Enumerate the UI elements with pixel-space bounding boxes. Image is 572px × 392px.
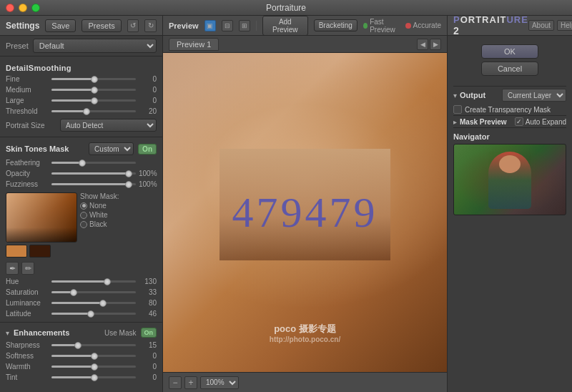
compare-view-button[interactable]: ⊞ (239, 20, 250, 31)
output-layer-select[interactable]: Current Layer (502, 89, 566, 102)
auto-expand-checkbox[interactable]: ✓ (515, 117, 523, 126)
accurate-label: Accurate (413, 21, 441, 29)
white-radio[interactable] (80, 212, 87, 219)
cancel-button[interactable]: Cancel (481, 62, 538, 76)
presets-button[interactable]: Presets (82, 19, 121, 32)
opacity-slider-row: Opacity 100% (0, 168, 162, 179)
use-mask-label: Use Mask (104, 329, 136, 337)
show-mask-none-option[interactable]: None (80, 202, 119, 210)
accurate-option[interactable]: Accurate (405, 21, 441, 29)
app-version: 2 (453, 25, 460, 36)
add-preview-button[interactable]: Add Preview (262, 16, 308, 36)
prev-arrow-button[interactable]: ◀ (417, 39, 428, 50)
color-swatch-primary[interactable] (6, 245, 27, 258)
medium-value: 0 (139, 86, 157, 94)
hue-value: 130 (139, 278, 157, 285)
color-gradient[interactable] (6, 192, 77, 242)
about-button[interactable]: About (528, 20, 554, 31)
large-slider[interactable] (51, 99, 136, 102)
preview-bottom-bar: − + 100% (163, 372, 447, 392)
hue-slider[interactable] (51, 280, 136, 283)
latitude-slider[interactable] (51, 313, 136, 315)
tint-slider[interactable] (51, 376, 136, 378)
enhancements-expand-icon[interactable]: ▾ (6, 329, 9, 337)
black-radio[interactable] (80, 221, 87, 228)
left-content: DetailSmoothing Fine 0 Medium 0 (0, 57, 162, 392)
preview-tabs: Preview 1 ◀ ▶ (163, 36, 447, 53)
medium-slider[interactable] (51, 89, 136, 91)
create-transparency-label[interactable]: Create Transparency Mask (465, 106, 551, 114)
eyedropper-button-2[interactable]: ✏ (21, 262, 34, 275)
undo-button[interactable]: ↺ (127, 19, 139, 32)
mask-preview-expand-icon[interactable]: ▸ (453, 118, 457, 126)
next-arrow-button[interactable]: ▶ (430, 39, 441, 50)
softness-slider[interactable] (51, 355, 136, 357)
skin-tones-header: Skin Tones Mask Custom On (0, 140, 162, 157)
sharpness-value: 15 (139, 341, 157, 349)
minimize-button[interactable] (19, 4, 27, 12)
app-title: Portraiture (266, 3, 306, 13)
warmth-slider[interactable] (51, 366, 136, 368)
fuzziness-slider[interactable] (51, 183, 136, 185)
zoom-minus-icon: − (172, 378, 177, 388)
fast-preview-option[interactable]: Fast Preview (363, 18, 403, 34)
eyedropper-button-1[interactable]: ✒ (6, 262, 19, 275)
output-section: ▾ Output Current Layer Create Transparen… (453, 86, 566, 215)
bracketing-button[interactable]: Bracketing (314, 19, 358, 31)
window-controls[interactable] (6, 4, 40, 12)
fine-slider[interactable] (51, 78, 136, 80)
navigator-label: Navigator (453, 131, 566, 144)
zoom-in-button[interactable]: + (184, 376, 197, 389)
color-picker-area: Show Mask: None White Black (6, 192, 157, 258)
saturation-label: Saturation (6, 288, 49, 296)
auto-expand-check: ✓ Auto Expand (515, 117, 566, 126)
show-mask-black-label: Black (89, 220, 107, 228)
create-transparency-checkbox[interactable] (453, 105, 462, 114)
split-view-button[interactable]: ⊟ (222, 20, 233, 31)
threshold-slider[interactable] (51, 110, 136, 112)
watermark-line1: poco 摄影专题 (270, 323, 340, 335)
portrait-size-select[interactable]: Auto Detect (60, 119, 157, 132)
saturation-slider[interactable] (51, 291, 136, 293)
help-button[interactable]: Help (557, 20, 572, 31)
preview-canvas[interactable]: 479479 poco 摄影专题 http://photo.poco.cn/ (163, 53, 447, 372)
warmth-label: Warmth (6, 363, 49, 371)
skin-tones-preset-select[interactable]: Custom (89, 142, 134, 155)
close-button[interactable] (6, 4, 14, 12)
skin-tones-on-badge[interactable]: On (138, 144, 157, 155)
right-panel: PORTRAITURE 2 About Help OK Cancel ▾ Out… (448, 16, 572, 392)
show-mask-white-option[interactable]: White (80, 211, 119, 219)
maximize-button[interactable] (31, 4, 40, 12)
feathering-slider[interactable] (51, 162, 136, 164)
dialog-buttons: OK Cancel (453, 44, 566, 76)
redo-button[interactable]: ↻ (144, 19, 157, 32)
tint-slider-row: Tint 0 (0, 372, 162, 383)
saturation-value: 33 (139, 288, 157, 296)
preview-tab-1[interactable]: Preview 1 (169, 38, 219, 51)
eyedropper-row: ✒ ✏ (0, 260, 162, 276)
fuzziness-label: Fuzziness (6, 180, 49, 188)
opacity-slider[interactable] (51, 172, 136, 175)
output-expand-icon[interactable]: ▾ (453, 92, 457, 99)
preset-select[interactable]: Default (33, 39, 157, 53)
luminance-slider[interactable] (51, 302, 136, 304)
preset-row: Preset Default (0, 36, 162, 57)
luminance-slider-row: Luminance 80 (0, 298, 162, 308)
color-swatch-secondary[interactable] (29, 245, 51, 258)
single-view-button[interactable]: ▣ (204, 20, 216, 31)
save-button[interactable]: Save (45, 19, 76, 32)
none-radio[interactable] (80, 202, 87, 210)
zoom-out-button[interactable]: − (169, 376, 182, 389)
app-logo-title: PORTRAITURE 2 (453, 14, 528, 36)
navigator-thumbnail[interactable] (453, 144, 566, 215)
latitude-slider-row: Latitude 46 (0, 308, 162, 319)
show-mask-black-option[interactable]: Black (80, 220, 119, 228)
zoom-select[interactable]: 100% (200, 376, 239, 389)
sharpness-slider[interactable] (51, 344, 136, 346)
ok-button[interactable]: OK (481, 44, 538, 59)
threshold-value: 20 (139, 107, 157, 115)
large-value: 0 (139, 97, 157, 104)
use-mask-on-badge[interactable]: On (141, 328, 157, 338)
preset-label: Preset (6, 41, 29, 50)
show-mask-label: Show Mask: (80, 192, 119, 200)
